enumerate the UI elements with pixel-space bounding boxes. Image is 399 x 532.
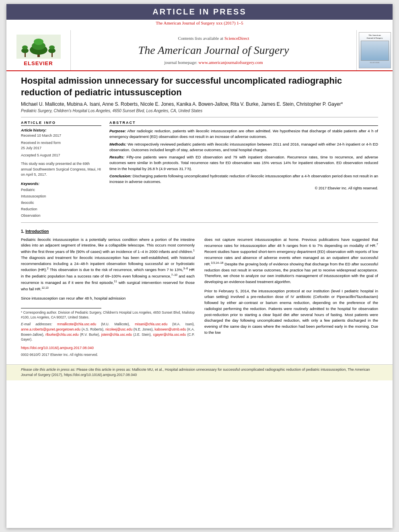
- article-received: Received 10 March 2017: [21, 133, 101, 139]
- authors-line: Michael U. Mallicote, Mubina A. Isani, A…: [21, 101, 378, 107]
- sciencedirect-link[interactable]: ScienceDirect: [224, 36, 249, 41]
- article-info-abstract-section: ARTICLE INFO Article history: Received 1…: [21, 121, 378, 219]
- svg-point-4: [34, 39, 43, 45]
- abstract-column: ABSTRACT Purpose: After radiologic reduc…: [109, 121, 378, 219]
- results-text: Fifty-one patients were managed with ED …: [109, 155, 378, 171]
- conclusion-text: Discharging patients following uncomplic…: [109, 174, 378, 184]
- abstract-header: ABSTRACT: [109, 121, 378, 126]
- purpose-label: Purpose:: [109, 129, 126, 133]
- svg-point-7: [22, 45, 28, 49]
- methods-label: Methods:: [109, 142, 126, 146]
- journal-thumb: The AmericanJournal of Surgery ELSEVIER: [356, 30, 393, 70]
- divider-2: [21, 222, 378, 223]
- conclusion-label: Conclusion:: [109, 174, 132, 178]
- article-in-press-banner: ARTICLE IN PRESS: [6, 4, 393, 20]
- journal-header: ELSEVIER Contents lists available at Sci…: [6, 27, 393, 71]
- intro-section-title: 1. Introduction: [21, 229, 378, 234]
- purpose-text: After radiologic reduction, patients wit…: [109, 129, 378, 139]
- footnote-corresponding: * Corresponding author. Division of Pedi…: [21, 310, 195, 320]
- elsevier-logo-box: ELSEVIER: [6, 30, 71, 70]
- journal-url-line: The American Journal of Surgery xxx (201…: [6, 20, 393, 27]
- article-received-revised: Received in revised form25 July 2017: [21, 140, 101, 151]
- svg-point-10: [49, 45, 55, 49]
- elsevier-label: ELSEVIER: [24, 60, 53, 66]
- article-title: Hospital admission unnecessary for succe…: [21, 75, 378, 98]
- intro-left-col: Pediatric ileocolic intussusception is a…: [21, 237, 195, 358]
- article-accepted: Accepted 5 August 2017: [21, 153, 101, 158]
- footnote-divider: [21, 308, 101, 308]
- sciencedirect-line: Contents lists available at ScienceDirec…: [178, 36, 249, 41]
- keywords-label: Keywords:: [21, 182, 101, 186]
- intro-right-col: does not capture recurrent intussuscepti…: [204, 237, 378, 358]
- article-info-column: ARTICLE INFO Article history: Received 1…: [21, 121, 101, 219]
- journal-center: Contents lists available at ScienceDirec…: [71, 30, 356, 70]
- intro-right-para1: does not capture recurrent intussuscepti…: [204, 237, 378, 285]
- abstract-copyright: © 2017 Elsevier Inc. All rights reserved…: [109, 186, 378, 190]
- results-label: Results:: [109, 155, 124, 159]
- journal-homepage-line: journal homepage: www.americanjournalofs…: [164, 60, 263, 65]
- article-info-header: ARTICLE INFO: [21, 121, 101, 126]
- doi-link[interactable]: https://doi.org/10.1016/j.amjsurg.2017.0…: [21, 345, 195, 351]
- methods-text: We retrospectively reviewed pediatric pa…: [109, 142, 378, 152]
- page: ARTICLE IN PRESS The American Journal of…: [6, 4, 393, 528]
- divider-1: [21, 117, 378, 117]
- footnote-emails: E-mail addresses: mmallicote@chla.usc.ed…: [21, 322, 195, 342]
- intro-right-para2: Prior to February 5, 2014, the intussusc…: [204, 288, 378, 336]
- main-content: Hospital admission unnecessary for succe…: [6, 75, 393, 358]
- elsevier-tree-icon: [16, 35, 61, 59]
- abstract-purpose: Purpose: After radiologic reduction, pat…: [109, 128, 378, 140]
- introduction-section: 1. Introduction Pediatric ileocolic intu…: [21, 229, 378, 358]
- journal-title-header: The American Journal of Surgery: [138, 44, 289, 57]
- doi-section: https://doi.org/10.1016/j.amjsurg.2017.0…: [21, 345, 195, 358]
- presentation-note: This study was orally presented at the 6…: [21, 161, 101, 178]
- intro-para1: Pediatric ileocolic intussusception is a…: [21, 237, 195, 292]
- keywords-list: PediatricIntussusceptionIleocolicReducti…: [21, 187, 101, 219]
- abstract-results: Results: Fifty-one patients were managed…: [109, 154, 378, 172]
- keywords-section: Keywords: PediatricIntussusceptionIleoco…: [21, 182, 101, 219]
- article-in-press-text: ARTICLE IN PRESS: [152, 7, 247, 16]
- intro-para2: Since intussusception can recur after 48…: [21, 296, 195, 302]
- abstract-methods: Methods: We retrospectively reviewed ped…: [109, 142, 378, 153]
- issn-text: 0002-9610/© 2017 Elsevier Inc. All right…: [21, 353, 98, 357]
- journal-thumbnail-image: The AmericanJournal of Surgery ELSEVIER: [359, 32, 391, 68]
- intro-two-col: Pediatric ileocolic intussusception is a…: [21, 237, 378, 358]
- affiliation-line: Pediatric Surgery, Children's Hospital L…: [21, 109, 378, 113]
- article-history-label: Article history:: [21, 128, 101, 132]
- bottom-citation-bar: Please cite this article in press as: Pl…: [6, 364, 393, 380]
- abstract-conclusion: Conclusion: Discharging patients followi…: [109, 173, 378, 185]
- journal-meta-line: The American Journal of Surgery xxx (201…: [156, 21, 243, 25]
- journal-homepage-link[interactable]: www.americanjournalofsurgery.com: [198, 60, 263, 65]
